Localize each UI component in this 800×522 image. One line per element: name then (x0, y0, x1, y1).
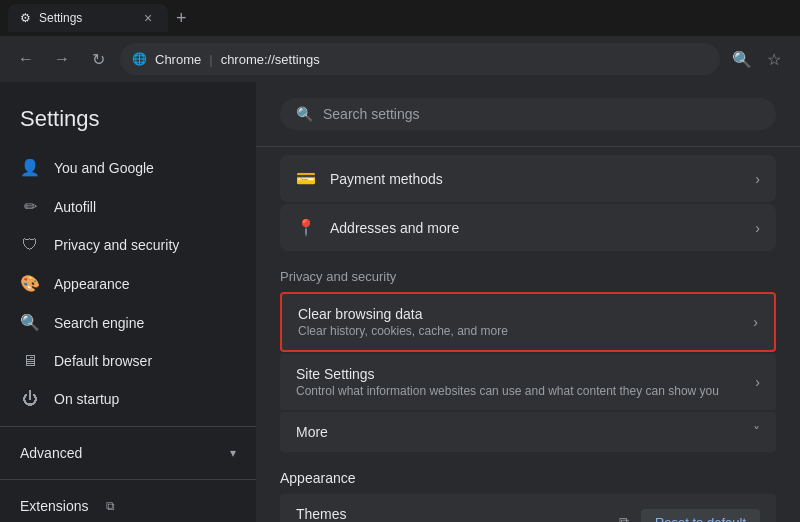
reload-button[interactable]: ↻ (84, 45, 112, 73)
external-link-icon[interactable]: ⧉ (619, 514, 629, 523)
payment-methods-inner: 💳 Payment methods (296, 169, 443, 188)
sidebar-item-you-and-google[interactable]: 👤 You and Google (0, 148, 244, 187)
sidebar-item-privacy[interactable]: 🛡 Privacy and security (0, 226, 244, 264)
site-settings-inner: Site Settings Control what information w… (296, 366, 719, 398)
chevron-down-icon: ˅ (753, 424, 760, 440)
search-toolbar-button[interactable]: 🔍 (728, 45, 756, 73)
bookmark-button[interactable]: ☆ (760, 45, 788, 73)
sidebar-item-appearance[interactable]: 🎨 Appearance (0, 264, 244, 303)
forward-button[interactable]: → (48, 45, 76, 73)
sidebar-item-default-browser[interactable]: 🖥 Default browser (0, 342, 244, 380)
search-icon: 🔍 (296, 106, 313, 122)
clear-browsing-inner: Clear browsing data Clear history, cooki… (298, 306, 508, 338)
search-bar[interactable]: 🔍 Search settings (280, 98, 776, 130)
sidebar-item-label: Default browser (54, 353, 152, 369)
addresses-row[interactable]: 📍 Addresses and more › (280, 204, 776, 251)
reset-to-default-button[interactable]: Reset to default (641, 509, 760, 523)
external-link-icon: ⧉ (106, 499, 115, 513)
tab-close-button[interactable]: × (140, 10, 156, 26)
site-settings-row[interactable]: Site Settings Control what information w… (280, 354, 776, 410)
address-separator: | (209, 52, 212, 67)
nav-bar: ← → ↻ 🌐 Chrome | chrome://settings 🔍 ☆ (0, 36, 800, 82)
sidebar-item-extensions[interactable]: Extensions ⧉ (0, 488, 256, 522)
themes-label: Themes (296, 506, 351, 522)
address-bar[interactable]: 🌐 Chrome | chrome://settings (120, 43, 720, 75)
themes-right: ⧉ Reset to default (619, 509, 760, 523)
sidebar-item-label: On startup (54, 391, 119, 407)
title-bar: ⚙ Settings × + (0, 0, 800, 36)
sidebar-item-autofill[interactable]: ✏ Autofill (0, 187, 244, 226)
addresses-label: Addresses and more (330, 220, 459, 236)
addresses-inner: 📍 Addresses and more (296, 218, 459, 237)
browser-tab[interactable]: ⚙ Settings × (8, 4, 168, 32)
search-icon: 🔍 (20, 313, 40, 332)
search-bar-wrap: 🔍 Search settings (256, 82, 800, 147)
themes-left: Themes Just Black (296, 506, 351, 522)
content-section: 💳 Payment methods › 📍 Addresses and more… (256, 147, 800, 522)
back-button[interactable]: ← (12, 45, 40, 73)
chevron-right-icon: › (755, 171, 760, 187)
startup-icon: ⏻ (20, 390, 40, 408)
sidebar-item-label: Search engine (54, 315, 144, 331)
payment-icon: 💳 (296, 169, 316, 188)
more-row[interactable]: More ˅ (280, 412, 776, 452)
sidebar-title: Settings (0, 98, 256, 148)
site-settings-label: Site Settings (296, 366, 719, 382)
sidebar-item-on-startup[interactable]: ⏻ On startup (0, 380, 244, 418)
clear-browsing-label: Clear browsing data (298, 306, 508, 322)
sidebar-item-label: Autofill (54, 199, 96, 215)
sidebar-advanced-label: Advanced (20, 445, 82, 461)
sidebar-extensions-label: Extensions (20, 498, 88, 514)
sidebar-divider (0, 426, 256, 427)
more-label: More (296, 424, 328, 440)
sidebar-item-label: You and Google (54, 160, 154, 176)
privacy-section-title: Privacy and security (280, 253, 776, 292)
themes-row[interactable]: Themes Just Black ⧉ Reset to default (280, 494, 776, 522)
search-placeholder: Search settings (323, 106, 420, 122)
payment-methods-label: Payment methods (330, 171, 443, 187)
sidebar-divider-2 (0, 479, 256, 480)
chevron-right-icon: › (755, 220, 760, 236)
chevron-right-icon: › (753, 314, 758, 330)
advanced-left: Advanced (20, 445, 82, 461)
sidebar: Settings 👤 You and Google ✏ Autofill 🛡 P… (0, 82, 256, 522)
appearance-icon: 🎨 (20, 274, 40, 293)
sidebar-item-label: Appearance (54, 276, 130, 292)
settings-layout: Settings 👤 You and Google ✏ Autofill 🛡 P… (0, 82, 800, 522)
chevron-right-icon: › (755, 374, 760, 390)
toolbar-right: 🔍 ☆ (728, 45, 788, 73)
sidebar-item-search-engine[interactable]: 🔍 Search engine (0, 303, 244, 342)
site-settings-sublabel: Control what information websites can us… (296, 384, 719, 398)
location-icon: 📍 (296, 218, 316, 237)
shield-icon: 🛡 (20, 236, 40, 254)
address-brand: Chrome (155, 52, 201, 67)
person-icon: 👤 (20, 158, 40, 177)
clear-browsing-row[interactable]: Clear browsing data Clear history, cooki… (280, 292, 776, 352)
tab-favicon-icon: ⚙ (20, 11, 31, 25)
main-content: 🔍 Search settings 💳 Payment methods › 📍 … (256, 82, 800, 522)
clear-browsing-sublabel: Clear history, cookies, cache, and more (298, 324, 508, 338)
sidebar-item-advanced[interactable]: Advanced ▾ (0, 435, 256, 471)
tab-title: Settings (39, 11, 82, 25)
browser-icon: 🖥 (20, 352, 40, 370)
site-security-icon: 🌐 (132, 52, 147, 66)
address-url: chrome://settings (221, 52, 320, 67)
new-tab-button[interactable]: + (176, 8, 187, 29)
chevron-down-icon: ▾ (230, 446, 236, 460)
sidebar-item-label: Privacy and security (54, 237, 179, 253)
appearance-section-title: Appearance (280, 454, 776, 494)
payment-methods-row[interactable]: 💳 Payment methods › (280, 155, 776, 202)
edit-icon: ✏ (20, 197, 40, 216)
